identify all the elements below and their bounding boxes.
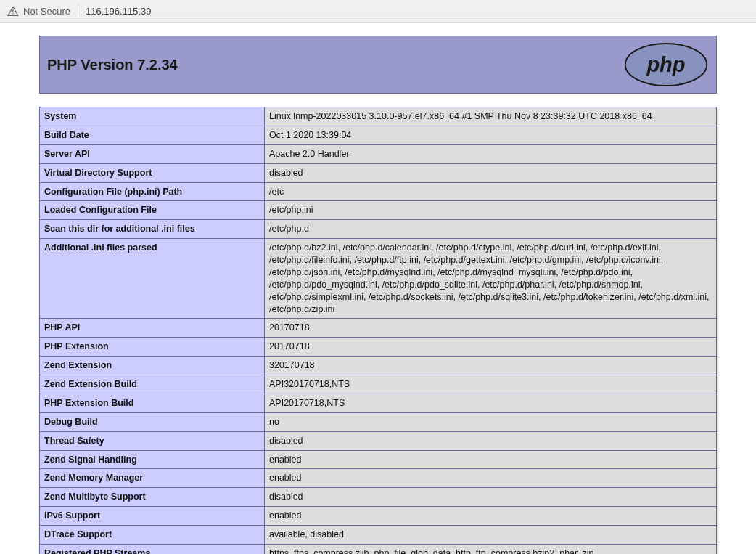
php-logo: php <box>623 42 709 87</box>
table-row: Zend Memory Managerenabled <box>40 469 717 488</box>
info-value: disabled <box>265 488 717 507</box>
info-key: Registered PHP Streams <box>40 544 265 554</box>
info-value: Oct 1 2020 13:39:04 <box>265 126 717 144</box>
info-value: Apache 2.0 Handler <box>265 144 717 163</box>
info-value: 320170718 <box>265 357 717 375</box>
info-key: Server API <box>40 144 265 163</box>
table-row: Configuration File (php.ini) Path/etc <box>40 182 717 201</box>
svg-rect-0 <box>12 9 13 12</box>
table-row: Scan this dir for additional .ini files/… <box>40 220 717 239</box>
address-text[interactable]: 116.196.115.39 <box>86 6 151 17</box>
info-value: 20170718 <box>265 338 717 357</box>
info-key: Thread Safety <box>40 431 265 450</box>
info-value: /etc/php.d/bz2.ini, /etc/php.d/calendar.… <box>265 239 717 319</box>
table-row: Build DateOct 1 2020 13:39:04 <box>40 126 717 144</box>
info-value: API320170718,NTS <box>265 375 717 394</box>
table-row: PHP API20170718 <box>40 319 717 338</box>
table-row: Loaded Configuration File/etc/php.ini <box>40 201 717 220</box>
info-key: Zend Signal Handling <box>40 450 265 469</box>
table-row: Zend Extension320170718 <box>40 357 717 375</box>
table-row: IPv6 Supportenabled <box>40 507 717 526</box>
info-value: disabled <box>265 431 717 450</box>
info-key: System <box>40 107 265 126</box>
info-value: enabled <box>265 469 717 488</box>
browser-address-bar[interactable]: Not Secure 116.196.115.39 <box>0 0 756 23</box>
table-row: Zend Signal Handlingenabled <box>40 450 717 469</box>
info-key: PHP API <box>40 319 265 338</box>
info-key: Loaded Configuration File <box>40 201 265 220</box>
info-value: API20170718,NTS <box>265 394 717 412</box>
info-key: Zend Multibyte Support <box>40 488 265 507</box>
info-value: 20170718 <box>265 319 717 338</box>
table-row: Virtual Directory Supportdisabled <box>40 163 717 182</box>
info-key: PHP Extension Build <box>40 394 265 412</box>
phpinfo-header: PHP Version 7.2.34 php <box>39 36 717 94</box>
info-value: no <box>265 412 717 431</box>
info-key: DTrace Support <box>40 526 265 545</box>
info-key: Configuration File (php.ini) Path <box>40 182 265 201</box>
info-key: Debug Build <box>40 412 265 431</box>
info-key: IPv6 Support <box>40 507 265 526</box>
info-key: Zend Extension Build <box>40 375 265 394</box>
phpinfo-page: PHP Version 7.2.34 php SystemLinux lnmp-… <box>39 36 717 554</box>
warning-icon <box>7 6 19 16</box>
info-key: Virtual Directory Support <box>40 163 265 182</box>
table-row: Debug Buildno <box>40 412 717 431</box>
info-key: PHP Extension <box>40 338 265 357</box>
svg-rect-1 <box>12 13 13 14</box>
info-value: enabled <box>265 507 717 526</box>
table-row: PHP Extension20170718 <box>40 338 717 357</box>
info-key: Additional .ini files parsed <box>40 239 265 319</box>
table-row: SystemLinux lnmp-2022033015 3.10.0-957.e… <box>40 107 717 126</box>
info-value: available, disabled <box>265 526 717 545</box>
table-row: Zend Multibyte Supportdisabled <box>40 488 717 507</box>
info-value: /etc/php.ini <box>265 201 717 220</box>
address-separator <box>78 5 78 17</box>
table-row: Additional .ini files parsed/etc/php.d/b… <box>40 239 717 319</box>
table-row: Zend Extension BuildAPI320170718,NTS <box>40 375 717 394</box>
info-value: enabled <box>265 450 717 469</box>
table-row: Thread Safetydisabled <box>40 431 717 450</box>
security-label: Not Secure <box>23 6 70 17</box>
info-value: Linux lnmp-2022033015 3.10.0-957.el7.x86… <box>265 107 717 126</box>
table-row: Server APIApache 2.0 Handler <box>40 144 717 163</box>
info-key: Scan this dir for additional .ini files <box>40 220 265 239</box>
table-row: PHP Extension BuildAPI20170718,NTS <box>40 394 717 412</box>
info-value: https, ftps, compress.zlib, php, file, g… <box>265 544 717 554</box>
info-key: Zend Extension <box>40 357 265 375</box>
page-title: PHP Version 7.2.34 <box>47 57 178 73</box>
info-key: Zend Memory Manager <box>40 469 265 488</box>
info-value: /etc/php.d <box>265 220 717 239</box>
info-value: disabled <box>265 163 717 182</box>
info-value: /etc <box>265 182 717 201</box>
table-row: DTrace Supportavailable, disabled <box>40 526 717 545</box>
phpinfo-table: SystemLinux lnmp-2022033015 3.10.0-957.e… <box>39 107 717 554</box>
info-key: Build Date <box>40 126 265 144</box>
table-row: Registered PHP Streamshttps, ftps, compr… <box>40 544 717 554</box>
svg-text:php: php <box>646 53 685 76</box>
